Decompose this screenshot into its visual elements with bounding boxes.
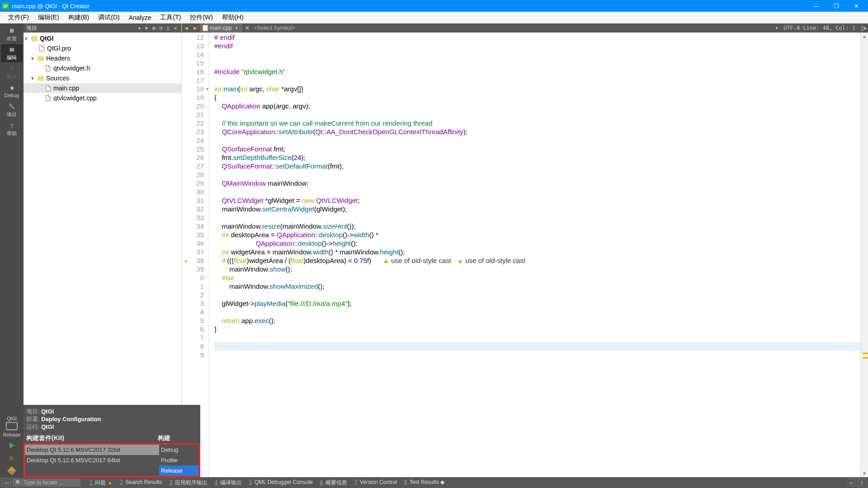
output-tab-vcs[interactable]: 7 Version Control [352, 479, 400, 487]
kit-selector[interactable]: QtGl Release [1, 414, 23, 439]
folder-icon [37, 55, 44, 61]
kit-name: QtGl [1, 416, 23, 421]
output-tab-compile[interactable]: 4 编译输出 [212, 479, 245, 487]
grid-icon: ▦ [8, 27, 15, 34]
output-tabs: 1 问题 ▲ 2 Search Results 3 应用程序输出 4 编译输出 … [87, 479, 447, 487]
nav-forward-icon[interactable]: ► [191, 25, 200, 31]
code-body[interactable]: # endif#endif#include "qtvlcwidget.h"int… [209, 33, 860, 477]
wrench-icon: 🔧 [8, 103, 15, 110]
mode-design[interactable]: ✎设计 [1, 63, 23, 81]
mode-welcome[interactable]: ▦欢迎 [1, 25, 23, 43]
kit-option-32bit[interactable]: Desktop Qt 5.12.6 MSVC2017 32bit [25, 445, 159, 455]
mode-help[interactable]: ?帮助 [1, 120, 23, 138]
menu-edit[interactable]: 编辑(E) [33, 12, 64, 23]
close-panel-icon[interactable]: ✕ [172, 25, 179, 31]
close-tab-icon[interactable]: ✕ [245, 25, 250, 31]
search-icon: 🔍 [15, 480, 22, 486]
close-button[interactable]: ✕ [852, 1, 861, 10]
chevron-down-icon[interactable]: ▾ [24, 36, 29, 42]
tree-header-file[interactable]: qtvlcwidget.h [24, 63, 181, 73]
window-controls: — ❐ ✕ [812, 1, 866, 10]
folder-icon [31, 35, 38, 42]
menu-analyze[interactable]: Analyze [124, 13, 156, 23]
toggle-right-icon[interactable]: ▯ [857, 479, 866, 487]
tree-source-main[interactable]: main.cpp [24, 83, 181, 93]
split-editor-icon[interactable]: ▯▸ [859, 25, 868, 31]
dropdown-icon[interactable]: ▾ [136, 25, 142, 31]
build-option-release[interactable]: Release [159, 465, 199, 476]
inline-warning: ▲ use of old-style cast ▲ use of old-sty… [382, 257, 525, 264]
panel-header: 项目 ▾ ▼ ⊕ ⟳ ▯ ✕ [24, 23, 181, 33]
split-icon[interactable]: ▯ [165, 25, 171, 31]
folder-icon [37, 75, 44, 81]
window-title: main.cpp @ QtGl - Qt Creator [12, 3, 812, 9]
sync-icon[interactable]: ⟳ [158, 25, 164, 31]
build-header: 构建 [158, 434, 198, 442]
scroll-down-icon[interactable]: ▼ [861, 469, 868, 477]
play-bug-icon [9, 455, 14, 461]
question-icon: ? [8, 122, 15, 129]
file-icon [38, 45, 45, 52]
chevron-down-icon[interactable]: ▾ [776, 26, 778, 30]
kit-option-empty [25, 465, 159, 476]
nav-back-icon[interactable]: ◄ [182, 25, 191, 31]
chevron-down-icon[interactable]: ▾ [30, 56, 35, 61]
editor-toolbar: ◄ ► main.cpp ▾ ✕ <Select Symbol> ▾ UTF-8… [182, 23, 868, 33]
qt-logo-icon: Qt [2, 2, 9, 9]
file-icon [44, 65, 52, 71]
root-label: QtGl [40, 35, 53, 42]
output-tab-qml[interactable]: 5 QML Debugger Console [246, 479, 316, 487]
toggle-sidebar-icon[interactable]: ▭ [2, 479, 11, 487]
menu-help[interactable]: 帮助(H) [217, 12, 248, 23]
tree-source-widget[interactable]: qtvlcwidget.cpp [24, 93, 181, 103]
maximize-button[interactable]: ❐ [832, 1, 841, 10]
play-icon [9, 442, 14, 449]
chevron-down-icon[interactable]: ▾ [30, 75, 35, 81]
output-tab-search[interactable]: 2 Search Results [117, 479, 165, 487]
build-option-profile[interactable]: Profile [159, 455, 199, 465]
menu-debug[interactable]: 调试(D) [94, 12, 124, 23]
menu-build[interactable]: 构建(B) [64, 12, 94, 23]
panel-title: 项目 [26, 24, 135, 32]
editor: ◄ ► main.cpp ▾ ✕ <Select Symbol> ▾ UTF-8… [182, 23, 868, 477]
progress-icon[interactable]: ▭ [846, 479, 855, 487]
code-area[interactable]: 1213141516171819202122232425262728293031… [182, 33, 868, 477]
tree-sources-folder[interactable]: ▾ Sources [24, 73, 181, 83]
symbol-selector[interactable]: <Select Symbol> [250, 25, 300, 31]
output-tab-general[interactable]: 6 概要信息 [317, 479, 350, 487]
monitor-icon [6, 422, 18, 430]
menu-file[interactable]: 文件(F) [4, 12, 33, 23]
vertical-scrollbar[interactable]: ▲▼ [860, 33, 868, 477]
scroll-up-icon[interactable]: ▲ [861, 33, 868, 40]
output-tab-tests[interactable]: 8 Test Results ◆ [401, 479, 448, 487]
edit-icon: ▤ [8, 46, 15, 53]
locator-input[interactable]: 🔍 Type to locate ... [13, 479, 80, 487]
kit-option-64bit[interactable]: Desktop Qt 5.12.6 MSVC2017 64bit [25, 455, 159, 465]
chevron-icon: ◆ [440, 479, 444, 485]
build-option-debug[interactable]: Debug [159, 445, 199, 455]
run-button[interactable] [1, 439, 23, 452]
menu-widgets[interactable]: 控件(W) [185, 12, 217, 23]
file-icon [44, 95, 52, 101]
filter-icon[interactable]: ▼ [143, 25, 150, 31]
chevron-down-icon[interactable]: ▾ [236, 26, 238, 30]
link-icon[interactable]: ⊕ [151, 25, 157, 31]
mode-projects[interactable]: 🔧项目 [1, 101, 23, 119]
file-tab[interactable]: main.cpp ▾ [200, 23, 242, 33]
mode-debug[interactable]: ✱Debug [1, 82, 23, 100]
mode-bar: ▦欢迎 ▤编辑 ✎设计 ✱Debug 🔧项目 ?帮助 QtGl Release [0, 23, 24, 477]
tree-headers-folder[interactable]: ▾ Headers [24, 53, 181, 63]
kit-list: Desktop Qt 5.12.6 MSVC2017 32bit Desktop… [25, 445, 159, 476]
tree-pro-file[interactable]: QtGl.pro [24, 43, 181, 53]
output-tab-issues[interactable]: 1 问题 ▲ [87, 479, 115, 487]
cursor-position: UTF-8 Line: 48, Col: 1 [780, 25, 859, 31]
bottombar: ▭ 🔍 Type to locate ... 1 问题 ▲ 2 Search R… [0, 477, 868, 488]
debug-run-button[interactable] [1, 452, 23, 465]
kit-mode: Release [1, 432, 23, 437]
build-button[interactable] [1, 465, 23, 477]
mode-edit[interactable]: ▤编辑 [1, 44, 23, 62]
output-tab-app[interactable]: 3 应用程序输出 [167, 479, 210, 487]
minimize-button[interactable]: — [812, 1, 821, 10]
menu-tools[interactable]: 工具(T) [156, 12, 185, 23]
tree-root[interactable]: ▾ QtGl [24, 33, 181, 43]
